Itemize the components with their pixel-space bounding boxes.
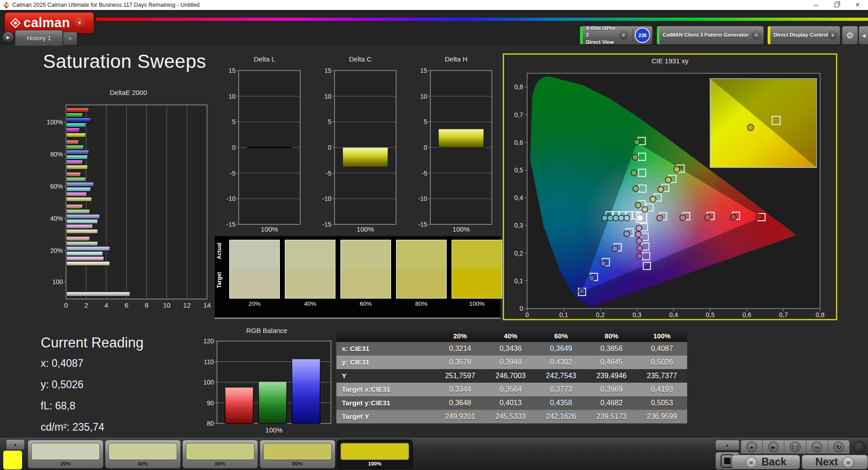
restore-button[interactable] (826, 0, 847, 10)
cie-measured-dot (607, 215, 613, 221)
back-label: Back (762, 456, 787, 468)
titlebar: Calman 2025 Calman Ultimate for Business… (0, 0, 868, 10)
interval-button[interactable]: [··] (784, 440, 806, 454)
svg-text:60%: 60% (50, 183, 63, 190)
svg-text:0,2: 0,2 (596, 311, 605, 318)
svg-text:100%: 100% (453, 225, 470, 233)
table-header-cell: 60% (536, 332, 586, 340)
meter-select[interactable]: X-Rite i1Pro 2 Direct View ▼ 236 (580, 26, 653, 45)
pattern-swatch-label: 60% (183, 461, 258, 466)
svg-text:10: 10 (228, 93, 236, 100)
minimize-button[interactable] (806, 0, 826, 10)
cie-inset-measured-dot (747, 124, 754, 131)
table-cell: 251,7597 (435, 372, 486, 380)
stop-button[interactable]: ■ (741, 440, 762, 454)
actual-swatch (452, 240, 502, 269)
expand-controls-button[interactable]: ▲ (715, 440, 740, 451)
svg-text:100%: 100% (47, 119, 63, 126)
transport-controls: ■ ▶ [··] ∞ ↻ (741, 440, 850, 454)
svg-text:0,2: 0,2 (514, 250, 524, 257)
swatch-column-label: 60% (340, 300, 391, 307)
display-control-select[interactable]: Direct Display Control ▼ (767, 26, 840, 45)
status-indicator-circle (854, 441, 865, 453)
back-button[interactable]: « Back (731, 455, 800, 470)
infinity-icon: ∞ (815, 444, 819, 451)
svg-text:5: 5 (328, 118, 331, 125)
svg-text:90: 90 (207, 399, 214, 407)
svg-text:14: 14 (203, 301, 211, 309)
svg-text:8: 8 (145, 301, 148, 309)
svg-text:120: 120 (203, 337, 214, 345)
pattern-swatch-button-40%[interactable]: 40% (105, 440, 181, 469)
table-cell: 0,4358 (536, 399, 586, 407)
svg-text:0,3: 0,3 (514, 222, 524, 229)
svg-text:0: 0 (232, 144, 236, 151)
collapse-panel-button[interactable]: ◀ (859, 26, 868, 45)
cie-inset-zoom (710, 79, 816, 167)
pattern-swatch-button-100%[interactable]: 100% (337, 440, 413, 469)
svg-text:-15: -15 (418, 221, 427, 228)
table-cell: 0,3344 (435, 385, 486, 394)
table-cell: 0,3649 (536, 345, 586, 353)
table-header-cell: 40% (486, 332, 536, 340)
chevron-down-icon: ▼ (828, 31, 837, 40)
refresh-button[interactable]: ↻ (828, 440, 849, 454)
close-button[interactable]: × (847, 0, 868, 10)
svg-text:100: 100 (203, 379, 214, 386)
cie-measured-dot (618, 215, 624, 221)
actual-swatch (396, 240, 446, 269)
pattern-status-indicator (657, 26, 660, 44)
svg-text:-5: -5 (326, 170, 332, 177)
current-reading-value: fL: 68,8 (41, 400, 143, 412)
cie-measured-dot (613, 215, 619, 221)
expand-patterns-button[interactable]: ▲ (6, 439, 25, 450)
table-cell: 0,3969 (586, 385, 637, 394)
current-reading-value: y: 0,5026 (41, 379, 143, 391)
delta-h-chart: 151050-5-10-15100% (418, 64, 495, 233)
cie-measured-dot (705, 214, 711, 220)
saturation-swatch-column: 20% (229, 240, 280, 307)
tab-scroll-button[interactable]: ▶ (2, 31, 14, 43)
saturation-swatch-column: 80% (396, 240, 447, 307)
continuous-button[interactable]: ∞ (806, 440, 828, 454)
close-icon: × (855, 1, 859, 9)
next-button[interactable]: Next » (802, 455, 868, 470)
pattern-swatch-color (31, 443, 100, 460)
svg-text:10: 10 (420, 93, 427, 100)
back-arrows-icon: « (745, 456, 757, 468)
table-cell: 0,4682 (586, 399, 637, 407)
play-button[interactable]: ▶ (762, 440, 784, 454)
svg-text:15: 15 (420, 67, 427, 74)
pattern-swatch-label: 100% (337, 461, 412, 466)
svg-text:4: 4 (104, 301, 108, 309)
cie-measured-dot (674, 166, 680, 172)
table-cell: 0,3648 (435, 399, 486, 407)
svg-text:-5: -5 (230, 170, 236, 177)
deltae-2000-chart: 02468101214100%80%60%40%20%100 (44, 97, 212, 313)
saturation-swatch-column: 40% (285, 240, 335, 307)
svg-text:40%: 40% (50, 215, 63, 222)
svg-text:10: 10 (324, 93, 331, 100)
add-tab-button[interactable]: + (63, 32, 77, 45)
delta-c-title: Delta C (322, 55, 399, 63)
settings-button[interactable]: ⚙ (842, 26, 858, 45)
tab-history-1[interactable]: History 1 (15, 30, 63, 46)
svg-text:0,8: 0,8 (816, 311, 825, 318)
table-cell: 242,7543 (536, 372, 586, 380)
cie-measured-dot (579, 288, 585, 294)
chevron-left-icon: ◀ (862, 33, 866, 38)
delta-h-title: Delta H (418, 55, 495, 63)
pattern-swatch-color (186, 443, 255, 460)
pattern-generator-select[interactable]: CalMAN Client 3 Pattern Generator ▼ (656, 26, 764, 45)
current-reading-title: Current Reading (41, 335, 143, 351)
cie-measured-dot (589, 275, 594, 281)
pattern-swatch-button-80%[interactable]: 80% (259, 440, 335, 469)
svg-text:0,4: 0,4 (669, 311, 678, 318)
pattern-swatch-button-20%[interactable]: 20% (28, 440, 104, 469)
svg-text:0,3: 0,3 (632, 311, 642, 318)
pattern-swatch-button-60%[interactable]: 60% (182, 440, 258, 469)
pattern-swatch-color (263, 443, 332, 460)
tab-label: History 1 (27, 35, 51, 42)
cie-measured-dot (632, 154, 638, 160)
target-swatch (285, 269, 335, 298)
